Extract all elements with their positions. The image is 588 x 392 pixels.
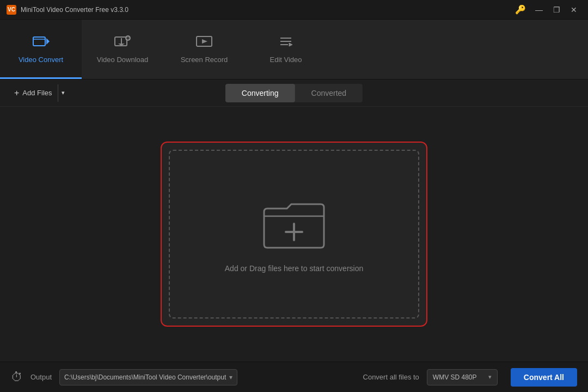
- drop-zone[interactable]: Add or Drag files here to start conversi…: [161, 142, 427, 327]
- svg-rect-0: [33, 37, 45, 46]
- convert-all-button[interactable]: Convert All: [511, 368, 577, 387]
- restore-button[interactable]: ❐: [549, 4, 564, 15]
- converted-tab-button[interactable]: Converted: [295, 84, 363, 102]
- title-bar: VC MiniTool Video Converter Free v3.3.0 …: [0, 0, 588, 20]
- minimize-button[interactable]: —: [531, 4, 547, 15]
- close-button[interactable]: ✕: [566, 4, 581, 15]
- main-content: Add or Drag files here to start conversi…: [0, 107, 588, 362]
- output-path-dropdown-icon: ▾: [229, 373, 232, 381]
- add-files-dropdown-button[interactable]: ▾: [58, 84, 68, 102]
- video-convert-icon: [32, 34, 50, 51]
- add-files-main-button[interactable]: + Add Files: [9, 84, 58, 102]
- clock-icon: ⏱: [11, 370, 23, 384]
- svg-marker-14: [289, 43, 292, 46]
- format-selector[interactable]: WMV SD 480P ▾: [427, 369, 498, 385]
- output-path-text: C:\Users\bj\Documents\MiniTool Video Con…: [64, 373, 226, 381]
- nav-tabs: Video Convert Video Download Screen Reco…: [0, 20, 588, 79]
- tab-edit-video-label: Edit Video: [270, 56, 302, 64]
- output-label: Output: [30, 373, 52, 381]
- tab-screen-record[interactable]: Screen Record: [163, 20, 245, 79]
- converting-tab-button[interactable]: Converting: [225, 84, 295, 102]
- add-files-label: Add Files: [22, 89, 52, 97]
- svg-marker-10: [202, 39, 207, 44]
- tab-video-convert-label: Video Convert: [19, 56, 63, 64]
- video-download-icon: [114, 34, 131, 51]
- output-path-field[interactable]: C:\Users\bj\Documents\MiniTool Video Con…: [59, 369, 237, 385]
- drop-zone-inner: Add or Drag files here to start conversi…: [169, 150, 419, 318]
- edit-video-icon: [277, 34, 295, 51]
- footer: ⏱ Output C:\Users\bj\Documents\MiniTool …: [0, 362, 588, 392]
- titlebar-controls: — ❐ ✕: [531, 4, 581, 15]
- toolbar: + Add Files ▾ Converting Converted: [0, 79, 588, 107]
- plus-icon: +: [14, 88, 19, 98]
- tab-video-download-label: Video Download: [97, 56, 148, 64]
- drop-zone-text: Add or Drag files here to start conversi…: [225, 264, 363, 273]
- svg-marker-1: [46, 38, 50, 45]
- format-value-text: WMV SD 480P: [433, 373, 485, 381]
- key-icon-area: 🔑: [515, 4, 526, 15]
- tab-edit-video[interactable]: Edit Video: [245, 20, 327, 79]
- convert-all-to-label: Convert all files to: [363, 373, 419, 381]
- tab-video-convert[interactable]: Video Convert: [0, 20, 82, 79]
- tab-screen-record-label: Screen Record: [181, 56, 228, 64]
- tab-video-download[interactable]: Video Download: [82, 20, 163, 79]
- tab-switch: Converting Converted: [225, 84, 363, 102]
- app-title: MiniTool Video Converter Free v3.3.0: [21, 6, 515, 14]
- screen-record-icon: [195, 34, 213, 51]
- folder-add-icon: [259, 195, 329, 255]
- add-files-button[interactable]: + Add Files ▾: [9, 84, 68, 102]
- format-dropdown-icon: ▾: [488, 373, 492, 381]
- key-icon: 🔑: [515, 4, 526, 15]
- app-logo: VC: [7, 5, 16, 15]
